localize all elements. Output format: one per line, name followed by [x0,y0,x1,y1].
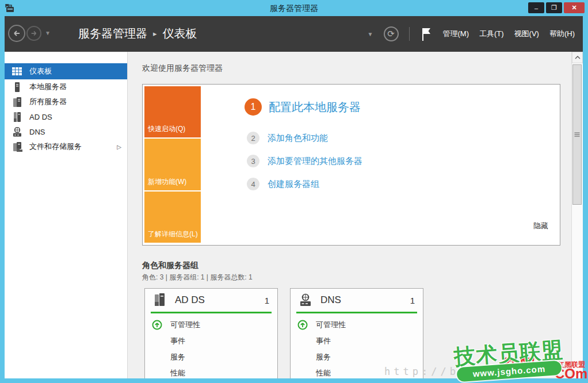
tile-row-label: 可管理性 [170,320,200,330]
file-storage-icon [12,141,24,152]
sidebar-item-local-server[interactable]: 本地服务器 [5,79,127,94]
tile-row-label: 服务 [316,352,331,362]
tile-dns-header[interactable]: DNS 1 [291,289,423,312]
sidebar-item-all-servers[interactable]: 所有服务器 [5,94,127,109]
step-number-badge: 4 [247,178,259,190]
notifications-flag-icon[interactable] [420,26,433,42]
hide-welcome-link[interactable]: 隐藏 [533,221,548,231]
step-add-roles-features[interactable]: 2 添加角色和功能 [245,132,362,144]
vertical-scrollbar[interactable] [571,52,583,378]
tile-row-services[interactable]: 服务 [145,349,277,365]
window-title: 服务器管理器 [0,3,588,14]
nav-divider [409,27,410,41]
step-link[interactable]: 添加要管理的其他服务器 [268,156,362,167]
forward-button[interactable] [26,26,41,41]
role-tiles: AD DS 1 可管理性 [144,288,423,378]
welcome-heading: 欢迎使用服务器管理器 [142,63,223,74]
scroll-up-button[interactable] [572,52,583,63]
refresh-button[interactable]: ⟳ [384,26,399,41]
status-up-icon [152,320,162,330]
scrollbar-thumb[interactable] [572,64,582,205]
title-bar: 服务器管理器 – ❐ ✕ [0,0,588,16]
tile-server-count: 1 [410,296,415,305]
tile-row-services[interactable]: 服务 [291,349,423,365]
menu-view[interactable]: 视图(V) [514,29,539,39]
local-server-icon [12,82,24,92]
close-button[interactable]: ✕ [564,2,585,13]
quick-start-column: 快速启动(Q) 新增功能(W) 了解详细信息(L) [144,86,201,244]
minimize-button[interactable]: – [528,2,544,13]
menu-manage[interactable]: 管理(M) [443,29,469,39]
step-link[interactable]: 创建服务器组 [268,179,319,190]
menu-tools[interactable]: 工具(T) [479,29,504,39]
sidebar-item-ad-ds[interactable]: AD DS [5,109,127,124]
app-body: 仪表板 本地服务器 所 [5,52,583,378]
sidebar-item-label: 仪表板 [29,66,52,76]
status-up-icon [297,320,308,330]
dns-icon [12,127,24,137]
window-frame: ▼ 服务器管理器 ▸ 仪表板 ▼ ⟳ 管理(M) 工具(T) 视图(V) 帮助(… [5,16,583,378]
tile-dns: DNS 1 可管理性 [290,288,423,378]
ad-ds-tile-icon [153,293,167,307]
roles-groups-heading: 角色和服务器组 [142,261,198,271]
main-pane: 欢迎使用服务器管理器 快速启动(Q) 新增功能(W) 了解详细信息(L) 1 [128,52,571,378]
expand-arrow-icon[interactable]: ▷ [117,144,121,150]
sidebar: 仪表板 本地服务器 所 [5,52,128,378]
sidebar-item-file-storage-services[interactable]: 文件和存储服务 ▷ [5,139,127,154]
sidebar-item-label: DNS [29,128,45,136]
whats-new-tab[interactable]: 新增功能(W) [144,139,201,190]
step-add-other-servers[interactable]: 3 添加要管理的其他服务器 [245,155,362,167]
maximize-button[interactable]: ❐ [546,2,562,13]
sidebar-item-label: AD DS [29,113,52,121]
back-arrow-icon [12,29,21,38]
whats-new-label: 新增功能(W) [148,177,186,187]
dns-tile-icon [299,293,312,307]
breadcrumb-separator-icon: ▸ [153,29,157,38]
tile-row-label: 可管理性 [316,320,346,330]
breadcrumb: 服务器管理器 ▸ 仪表板 [78,26,197,41]
tile-row-label: 事件 [316,336,331,346]
tile-row-events[interactable]: 事件 [291,333,423,349]
sidebar-item-label: 本地服务器 [29,82,67,92]
quick-start-steps: 1 配置此本地服务器 2 添加角色和功能 3 添加要管理的其他服务器 4 创建服… [245,98,362,201]
scrollbar-grip-icon [575,132,580,138]
back-button[interactable] [8,25,25,42]
all-servers-icon [12,97,24,107]
tile-ad-ds-header[interactable]: AD DS 1 [145,289,277,312]
refresh-icon: ⟳ [387,29,395,39]
step-number-badge: 2 [247,132,259,144]
step-number-badge: 1 [245,98,262,116]
step-link[interactable]: 配置此本地服务器 [269,99,361,115]
breadcrumb-root[interactable]: 服务器管理器 [78,26,147,41]
tile-name: AD DS [175,294,205,306]
tile-row-label: 服务 [170,352,185,362]
learn-more-tab[interactable]: 了解详细信息(L) [144,192,201,243]
forward-arrow-icon [30,29,38,37]
tile-ad-ds: AD DS 1 可管理性 [144,288,278,378]
menu-help[interactable]: 帮助(H) [549,29,575,39]
breadcrumb-current[interactable]: 仪表板 [163,26,197,41]
quick-start-label: 快速启动(Q) [148,124,185,134]
sidebar-item-dns[interactable]: DNS [5,124,127,139]
tile-row-events[interactable]: 事件 [145,333,277,349]
tile-row-manageability[interactable]: 可管理性 [145,317,277,333]
tile-row-label: 性能 [170,368,185,378]
learn-more-label: 了解详细信息(L) [148,229,198,239]
roles-groups-summary: 角色: 3 | 服务器组: 1 | 服务器总数: 1 [142,273,253,282]
scroll-up-icon [575,56,581,59]
quick-start-tab[interactable]: 快速启动(Q) [144,86,201,137]
step-configure-local-server[interactable]: 1 配置此本地服务器 [245,98,362,116]
tile-row-manageability[interactable]: 可管理性 [291,317,423,333]
nav-bar: ▼ 服务器管理器 ▸ 仪表板 ▼ ⟳ 管理(M) 工具(T) 视图(V) 帮助(… [5,16,583,52]
history-dropdown-icon[interactable]: ▼ [45,30,51,36]
scope-dropdown-icon[interactable]: ▼ [368,31,373,37]
tile-server-count: 1 [265,296,269,305]
step-number-badge: 3 [247,155,259,167]
sidebar-item-dashboard[interactable]: 仪表板 [5,63,127,79]
step-create-server-group[interactable]: 4 创建服务器组 [245,178,362,190]
dashboard-grid-icon [12,66,24,76]
tile-row-performance[interactable]: 性能 [145,365,277,378]
ad-ds-icon [12,112,24,122]
tile-row-label: 性能 [316,368,331,378]
step-link[interactable]: 添加角色和功能 [268,133,328,144]
